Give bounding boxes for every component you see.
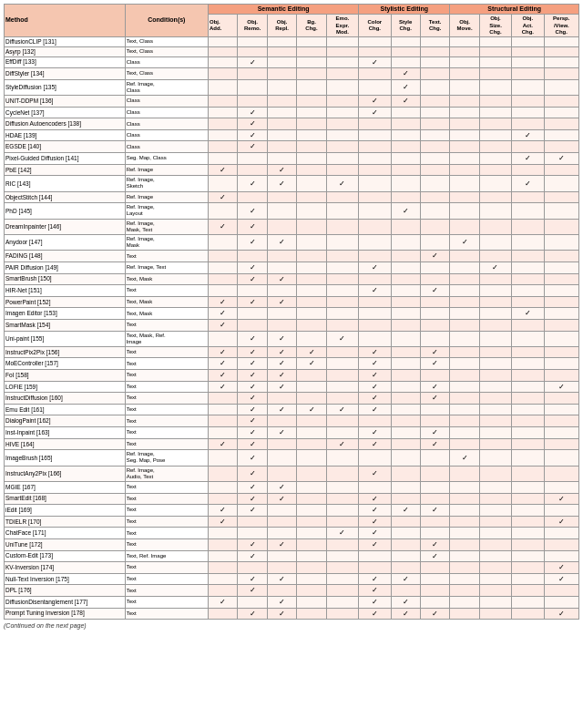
condition-cell: Class bbox=[125, 118, 208, 130]
str-cell-3 bbox=[544, 261, 578, 273]
sem-cell-3 bbox=[297, 46, 326, 56]
str-cell-3 bbox=[544, 273, 578, 285]
table-row: SmartMask [154]Text✓ bbox=[5, 319, 579, 331]
str-cell-1 bbox=[479, 381, 511, 393]
sem-cell-2: ✓ bbox=[267, 538, 296, 550]
sem-cell-2 bbox=[267, 466, 296, 481]
sty-cell-1 bbox=[391, 438, 420, 450]
stylistic-header: Stylistic Editing bbox=[359, 5, 450, 15]
str-cell-0 bbox=[450, 251, 479, 262]
sem-cell-4 bbox=[326, 36, 358, 46]
sem-cell-1 bbox=[238, 36, 267, 46]
sem-cell-2 bbox=[267, 251, 296, 262]
sem-cell-4 bbox=[326, 538, 358, 550]
str-cell-3 bbox=[544, 466, 578, 481]
sem-cell-1 bbox=[238, 528, 267, 539]
str-cell-2 bbox=[512, 562, 544, 574]
condition-cell: Text bbox=[125, 415, 208, 427]
sty-cell-2 bbox=[420, 36, 449, 46]
sem-cell-4 bbox=[326, 596, 358, 608]
str-cell-1 bbox=[479, 129, 511, 141]
str-cell-1 bbox=[479, 118, 511, 130]
method-cell: PbE [142] bbox=[5, 164, 126, 176]
sem-cell-0: ✓ bbox=[209, 296, 238, 308]
sem-cell-1: ✓ bbox=[238, 393, 267, 405]
sem-cell-4 bbox=[326, 261, 358, 273]
sty-cell-0 bbox=[359, 234, 391, 250]
sem-cell-2 bbox=[267, 191, 296, 203]
table-row: DreamInpainter [146]Ref. Image,Mask, Tex… bbox=[5, 219, 579, 234]
sem-cell-0 bbox=[209, 107, 238, 118]
sty-cell-1 bbox=[391, 164, 420, 176]
str-cell-2 bbox=[512, 219, 544, 234]
str-cell-3 bbox=[544, 68, 578, 80]
table-row: FADING [148]Text✓ bbox=[5, 251, 579, 262]
sty-cell-0 bbox=[359, 164, 391, 176]
str-cell-3 bbox=[544, 107, 578, 118]
str-cell-0 bbox=[450, 608, 479, 620]
condition-cell: Text bbox=[125, 562, 208, 574]
sem-cell-2 bbox=[267, 36, 296, 46]
sem-cell-2 bbox=[267, 438, 296, 450]
method-cell: Prompt Tuning Inversion [178] bbox=[5, 608, 126, 620]
sem-cell-0 bbox=[209, 573, 238, 585]
method-cell: ImageBrush [165] bbox=[5, 450, 126, 466]
str-cell-2 bbox=[512, 481, 544, 493]
sty-cell-0: ✓ bbox=[359, 608, 391, 620]
sem-cell-4 bbox=[326, 450, 358, 466]
sem-cell-1 bbox=[238, 319, 267, 331]
sty-cell-2 bbox=[420, 331, 449, 346]
sem-cell-2 bbox=[267, 129, 296, 141]
sty-cell-0 bbox=[359, 79, 391, 95]
sem-cell-1 bbox=[238, 251, 267, 262]
sem-cell-2: ✓ bbox=[267, 164, 296, 176]
str-cell-3 bbox=[544, 346, 578, 358]
str-cell-3 bbox=[544, 176, 578, 191]
sem-cell-3 bbox=[297, 176, 326, 191]
condition-cell: Text bbox=[125, 608, 208, 620]
sem-cell-3 bbox=[297, 528, 326, 539]
sty-cell-0 bbox=[359, 273, 391, 285]
sem-cell-1: ✓ bbox=[238, 346, 267, 358]
condition-cell: Text, Mask bbox=[125, 308, 208, 320]
sty-cell-2 bbox=[420, 493, 449, 505]
condition-cell: Text bbox=[125, 319, 208, 331]
sty-cell-1: ✓ bbox=[391, 505, 420, 517]
condition-cell: Text bbox=[125, 438, 208, 450]
method-cell: Uni-paint [155] bbox=[5, 331, 126, 346]
sem-cell-0: ✓ bbox=[209, 308, 238, 320]
sty-cell-0: ✓ bbox=[359, 107, 391, 118]
method-cell: LOFIE [159] bbox=[5, 381, 126, 393]
str-cell-0 bbox=[450, 68, 479, 80]
sty-cell-0: ✓ bbox=[359, 285, 391, 297]
sem-cell-3 bbox=[297, 438, 326, 450]
sem-cell-1: ✓ bbox=[238, 438, 267, 450]
str-cell-2 bbox=[512, 296, 544, 308]
sem-cell-3 bbox=[297, 273, 326, 285]
str-cell-3 bbox=[544, 129, 578, 141]
str-cell-1: ✓ bbox=[479, 261, 511, 273]
str-cell-3 bbox=[544, 56, 578, 68]
table-row: DiffStyler [134]Text, Class✓ bbox=[5, 68, 579, 80]
header-group-row: Method Condition(s) Semantic Editing Sty… bbox=[5, 5, 579, 15]
str-cell-0 bbox=[450, 358, 479, 370]
sem-cell-3 bbox=[297, 331, 326, 346]
str-cell-0 bbox=[450, 481, 479, 493]
sem-cell-1: ✓ bbox=[238, 370, 267, 382]
table-row: SmartEdit [168]Text✓✓✓✓ bbox=[5, 493, 579, 505]
condition-cell: Ref. Image,Mask, Text bbox=[125, 219, 208, 234]
condition-cell: Ref. Image,Class bbox=[125, 79, 208, 95]
sem-cell-1: ✓ bbox=[238, 538, 267, 550]
str-cell-1 bbox=[479, 141, 511, 153]
sty-cell-1 bbox=[391, 415, 420, 427]
sem-cell-0 bbox=[209, 141, 238, 153]
sem-cell-4: ✓ bbox=[326, 404, 358, 415]
str-cell-1 bbox=[479, 191, 511, 203]
str-cell-1 bbox=[479, 505, 511, 517]
sty-cell-2 bbox=[420, 415, 449, 427]
sem-cell-4 bbox=[326, 203, 358, 219]
str-cell-3 bbox=[544, 550, 578, 562]
sem-cell-2 bbox=[267, 516, 296, 528]
table-row: Prompt Tuning Inversion [178]Text✓✓✓✓✓✓ bbox=[5, 608, 579, 620]
sem-cell-2 bbox=[267, 415, 296, 427]
